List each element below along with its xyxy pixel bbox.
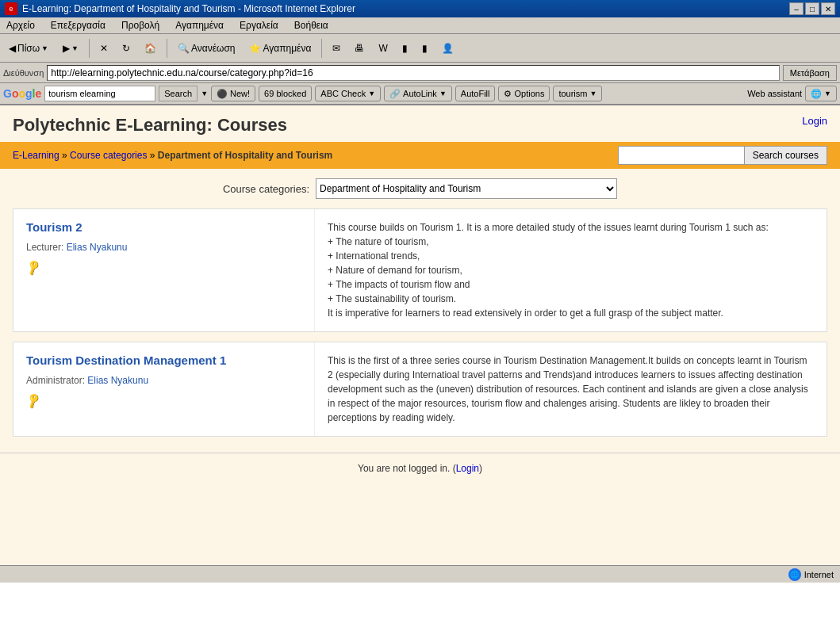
back-dropdown-icon: ▼ [41,44,48,52]
go-button[interactable]: Μετάβαση [783,65,837,81]
autofill-label: AutoFill [461,89,490,98]
footer-close-paren: ) [479,463,482,474]
page-header: Polytechnic E-Learning: Courses Login [0,105,840,142]
autolink-icon: 🔗 [389,89,401,99]
maximize-button[interactable]: □ [805,2,819,15]
options-pill[interactable]: ⚙ Options [498,86,550,101]
forward-dropdown-icon: ▼ [71,44,79,52]
word-button[interactable]: W [373,37,393,59]
breadcrumb-sep-2: » [150,150,158,161]
forward-button[interactable]: ▶ ▼ [57,37,84,59]
search-input[interactable] [618,146,745,165]
status-internet: 🌐 Internet [788,568,834,581]
course-lecturer-1: Lecturer: Elias Nyakunu [26,242,301,253]
window-controls[interactable]: – □ ✕ [789,2,835,15]
menu-edit[interactable]: Επεξεργασία [48,19,109,32]
toolbar-separator-3 [321,39,322,58]
new-label: New! [230,89,250,98]
category-select[interactable]: Department of Hospitality and Tourism [316,178,617,199]
tourism-label: tourism [558,89,587,98]
toolbar-separator-2 [167,39,167,58]
status-bar: 🌐 Internet [0,565,840,583]
web-assistant-dropdown-icon: 🌐 [811,89,822,99]
menu-view[interactable]: Προβολή [118,19,163,32]
course-title-1[interactable]: Tourism 2 [26,220,82,234]
tourism-pill[interactable]: tourism ▼ [553,86,602,101]
blocked-pill[interactable]: 69 blocked [259,86,312,101]
login-link[interactable]: Login [802,115,827,127]
search-box-container: Search courses [618,146,827,165]
course-lecturer-link-2[interactable]: Elias Nyakunu [87,375,148,386]
web-assistant-dropdown[interactable]: 🌐 ▼ [805,86,837,101]
check-pill[interactable]: ABC Check ▼ [315,86,381,101]
search-courses-button[interactable]: Search courses [745,146,827,165]
misc-button-1[interactable]: ▮ [397,37,413,59]
stop-button[interactable]: ✕ [94,37,113,59]
menu-file[interactable]: Αρχείο [3,19,38,32]
course-key-2: 🔑 [26,394,301,407]
course-row-2: Tourism Destination Management 1 Adminis… [13,342,827,437]
course-role-2: Administrator: [26,375,87,386]
internet-label: Internet [804,570,834,579]
breadcrumb-elearning[interactable]: E-Learning [13,150,59,161]
close-button[interactable]: ✕ [821,2,835,15]
google-toolbar: Google Search ▼ ⚫ New! 69 blocked ABC Ch… [0,83,840,105]
course-description-2: This is the first of a three series cour… [315,342,827,436]
window-title: E-Learning: Department of Hospitality an… [22,3,355,14]
google-search-input[interactable] [44,86,155,101]
course-lecturer-link-1[interactable]: Elias Nyakunu [67,242,128,253]
footer-login-link[interactable]: Login [456,463,479,474]
breadcrumb: E-Learning » Course categories » Departm… [13,150,332,161]
breadcrumb-sep-1: » [62,150,70,161]
tourism-dropdown-icon: ▼ [589,90,596,97]
minimize-button[interactable]: – [789,2,804,15]
toolbar-dropdown-icon[interactable]: ▼ [201,90,208,97]
course-row: Tourism 2 Lecturer: Elias Nyakunu 🔑 This… [13,208,827,332]
check-dropdown-icon: ▼ [368,90,375,97]
search-toolbar-label: Ανανέωση [191,43,236,54]
refresh-button[interactable]: ↻ [117,37,136,59]
check-label: Check [341,89,366,98]
users-button[interactable]: 👤 [436,37,459,59]
favorites-button[interactable]: ⭐ Αγαπημένα [244,37,316,59]
search-toolbar-icon: 🔍 [178,43,190,54]
web-assistant-label: Web assistant [747,89,802,98]
address-input[interactable] [47,65,780,81]
autofill-pill[interactable]: AutoFill [455,86,496,101]
course-description-1: This course builds on Tourism 1. It is a… [315,209,827,331]
favorites-label: Αγαπημένα [263,43,311,54]
search-toolbar-button[interactable]: 🔍 Ανανέωση [172,37,241,59]
course-left-1: Tourism 2 Lecturer: Elias Nyakunu 🔑 [13,209,315,331]
autolink-dropdown-icon: ▼ [439,90,447,97]
breadcrumb-bar: E-Learning » Course categories » Departm… [0,142,840,169]
menu-help[interactable]: Βοήθεια [291,19,332,32]
options-icon: ⚙ [504,89,512,99]
web-assistant-arrow-icon: ▼ [824,90,831,97]
misc-button-2[interactable]: ▮ [416,37,433,59]
home-button[interactable]: 🏠 [139,37,162,59]
spellcheck-icon: ABC [320,89,339,98]
google-logo: Google [3,87,41,100]
back-button[interactable]: ◀ Πίσω ▼ [3,37,54,59]
globe-icon: 🌐 [788,568,801,581]
content-area: Polytechnic E-Learning: Courses Login E-… [0,105,840,565]
category-label: Course categories: [223,183,309,195]
menu-tools[interactable]: Εργαλεία [236,19,282,32]
options-label: Options [514,89,544,98]
autolink-pill[interactable]: 🔗 AutoLink ▼ [384,86,452,101]
toolbar-separator-1 [89,39,90,58]
star-icon: ⭐ [249,43,261,54]
menu-favorites[interactable]: Αγαπημένα [172,19,227,32]
course-key-1: 🔑 [26,261,301,273]
category-row: Course categories: Department of Hospita… [0,169,840,208]
google-search-button[interactable]: Search [159,86,198,101]
page-footer: You are not logged in. (Login) [0,453,840,483]
breadcrumb-course-categories[interactable]: Course categories [70,150,147,161]
course-role-1: Lecturer: [26,242,67,253]
new-pill[interactable]: ⚫ New! [211,86,255,101]
toolbar: ◀ Πίσω ▼ ▶ ▼ ✕ ↻ 🏠 🔍 Ανανέωση ⭐ Αγαπημέν… [0,34,840,63]
mail-button[interactable]: ✉ [327,37,346,59]
course-title-2[interactable]: Tourism Destination Management 1 [26,353,226,367]
print-button[interactable]: 🖶 [349,37,370,59]
blocked-label: 69 blocked [264,89,306,98]
